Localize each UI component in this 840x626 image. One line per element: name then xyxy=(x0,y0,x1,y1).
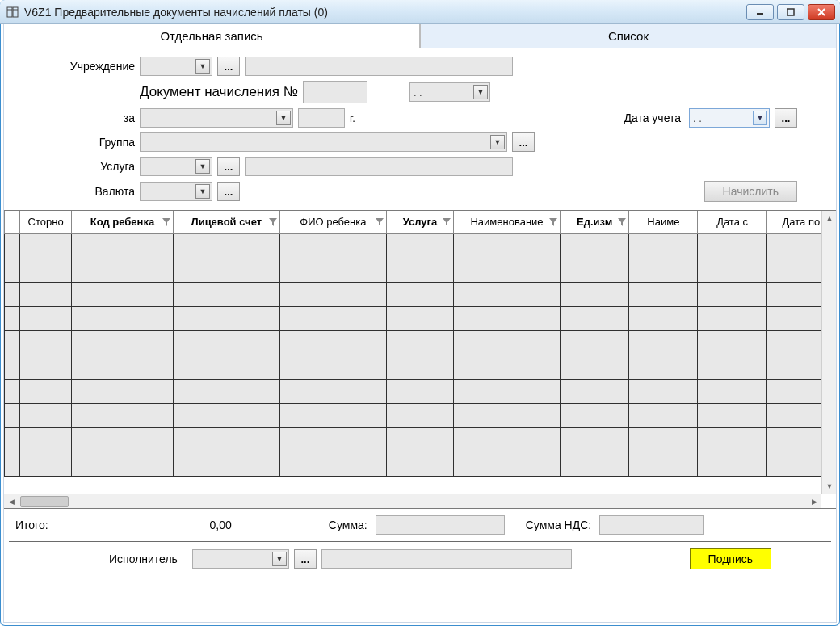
table-row[interactable] xyxy=(5,379,836,403)
grid-cell[interactable] xyxy=(20,233,72,258)
grid-cell[interactable] xyxy=(454,306,561,330)
grid-cell[interactable] xyxy=(698,282,766,306)
grid-cell[interactable] xyxy=(698,306,766,330)
tab-list[interactable]: Список xyxy=(420,24,836,48)
grid-cell[interactable] xyxy=(561,452,629,476)
grid-cell[interactable] xyxy=(698,258,766,282)
grid-cell[interactable] xyxy=(20,379,72,403)
grid-cell[interactable] xyxy=(629,306,698,330)
table-row[interactable] xyxy=(5,306,836,330)
column-header[interactable]: Лицевой счет xyxy=(173,211,279,233)
accounting-date-field[interactable]: . . ▼ xyxy=(689,108,770,128)
table-row[interactable] xyxy=(5,233,836,258)
grid-cell[interactable] xyxy=(5,233,20,258)
scroll-left-arrow-icon[interactable]: ◀ xyxy=(4,494,19,509)
grid-cell[interactable] xyxy=(279,403,386,427)
grid-cell[interactable] xyxy=(5,258,20,282)
grid-cell[interactable] xyxy=(173,379,279,403)
filter-icon[interactable] xyxy=(162,217,171,227)
grid-cell[interactable] xyxy=(20,427,72,452)
institution-name-field[interactable] xyxy=(245,57,513,76)
grid-cell[interactable] xyxy=(454,403,561,427)
column-header[interactable]: Дата с xyxy=(698,211,766,233)
doc-date-combo[interactable]: . . ▼ xyxy=(410,82,490,102)
grid-cell[interactable] xyxy=(279,427,386,452)
grid-cell[interactable] xyxy=(72,379,174,403)
scroll-thumb[interactable] xyxy=(20,496,69,507)
grid-cell[interactable] xyxy=(561,379,629,403)
vertical-scrollbar[interactable]: ▲ ▼ xyxy=(821,211,836,494)
grid-cell[interactable] xyxy=(20,452,72,476)
grid-cell[interactable] xyxy=(20,282,72,306)
grid-cell[interactable] xyxy=(454,330,561,355)
grid-cell[interactable] xyxy=(173,330,279,355)
filter-icon[interactable] xyxy=(548,217,558,227)
period-month-combo[interactable]: ▼ xyxy=(140,108,293,128)
executor-name-field[interactable] xyxy=(321,549,572,569)
grid-cell[interactable] xyxy=(561,258,629,282)
grid-cell[interactable] xyxy=(386,330,453,355)
service-name-field[interactable] xyxy=(245,157,513,176)
column-header[interactable]: Наиме xyxy=(629,211,698,233)
grid-cell[interactable] xyxy=(386,233,453,258)
grid-cell[interactable] xyxy=(454,282,561,306)
grid-cell[interactable] xyxy=(279,452,386,476)
grid-cell[interactable] xyxy=(20,258,72,282)
filter-icon[interactable] xyxy=(268,217,278,227)
grid-cell[interactable] xyxy=(386,282,453,306)
grid-cell[interactable] xyxy=(386,452,453,476)
grid-cell[interactable] xyxy=(698,355,766,379)
grid-cell[interactable] xyxy=(5,282,20,306)
accounting-date-browse-button[interactable]: ... xyxy=(775,108,797,128)
grid-cell[interactable] xyxy=(386,427,453,452)
grid-cell[interactable] xyxy=(173,403,279,427)
grid-cell[interactable] xyxy=(629,258,698,282)
grid-cell[interactable] xyxy=(173,258,279,282)
grid-cell[interactable] xyxy=(454,233,561,258)
grid-cell[interactable] xyxy=(454,452,561,476)
column-header[interactable]: Ед.изм xyxy=(561,211,629,233)
group-combo[interactable]: ▼ xyxy=(140,132,507,152)
grid-cell[interactable] xyxy=(561,355,629,379)
table-row[interactable] xyxy=(5,282,836,306)
grid-cell[interactable] xyxy=(5,379,20,403)
executor-combo[interactable]: ▼ xyxy=(192,549,289,569)
grid-cell[interactable] xyxy=(279,379,386,403)
grid-cell[interactable] xyxy=(561,403,629,427)
grid-cell[interactable] xyxy=(5,427,20,452)
column-header[interactable] xyxy=(5,211,20,233)
grid-cell[interactable] xyxy=(173,452,279,476)
filter-icon[interactable] xyxy=(442,217,452,227)
grid-cell[interactable] xyxy=(72,258,174,282)
grid-cell[interactable] xyxy=(386,379,453,403)
grid-cell[interactable] xyxy=(279,306,386,330)
grid-cell[interactable] xyxy=(5,403,20,427)
grid-cell[interactable] xyxy=(698,427,766,452)
grid-cell[interactable] xyxy=(629,355,698,379)
grid-cell[interactable] xyxy=(698,379,766,403)
column-header[interactable]: Услуга xyxy=(386,211,453,233)
table-row[interactable] xyxy=(5,330,836,355)
grid-cell[interactable] xyxy=(698,452,766,476)
table-row[interactable] xyxy=(5,427,836,452)
grid-cell[interactable] xyxy=(173,282,279,306)
grid-cell[interactable] xyxy=(386,306,453,330)
grid-cell[interactable] xyxy=(279,355,386,379)
data-grid[interactable]: СторноКод ребенкаЛицевой счетФИО ребенка… xyxy=(4,210,836,509)
grid-cell[interactable] xyxy=(386,355,453,379)
column-header[interactable]: Наименование xyxy=(454,211,561,233)
grid-cell[interactable] xyxy=(20,403,72,427)
column-header[interactable]: Код ребенка xyxy=(72,211,174,233)
column-header[interactable]: Сторно xyxy=(20,211,72,233)
horizontal-scrollbar[interactable]: ◀ ▶ xyxy=(4,494,821,508)
filter-icon[interactable] xyxy=(375,217,384,227)
grid-cell[interactable] xyxy=(72,403,174,427)
grid-cell[interactable] xyxy=(386,403,453,427)
executor-browse-button[interactable]: ... xyxy=(294,549,317,569)
table-row[interactable] xyxy=(5,258,836,282)
grid-cell[interactable] xyxy=(629,233,698,258)
grid-cell[interactable] xyxy=(629,403,698,427)
scroll-up-arrow-icon[interactable]: ▲ xyxy=(822,211,836,225)
grid-cell[interactable] xyxy=(72,355,174,379)
vat-field[interactable] xyxy=(599,515,704,535)
